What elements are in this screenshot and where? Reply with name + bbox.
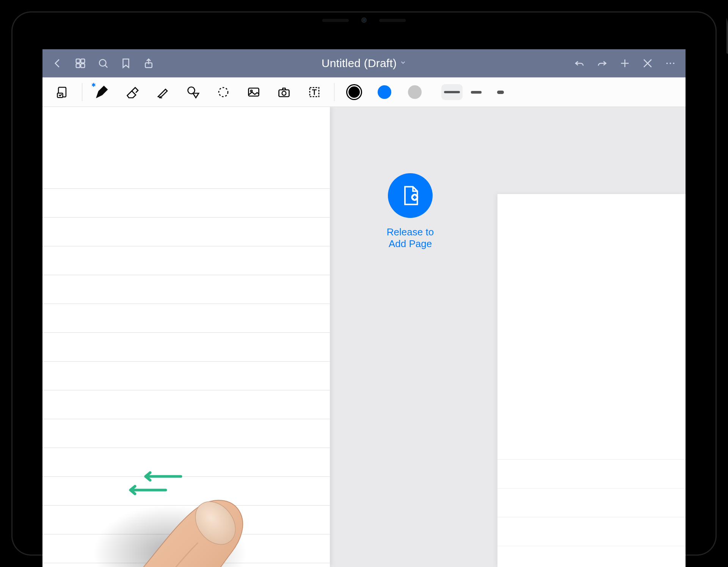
page-template-tool[interactable] [49, 81, 76, 103]
device-bezel: Untitled (Draft) [0, 0, 728, 567]
power-button-icon [726, 8, 728, 54]
color-dot-icon [408, 85, 422, 99]
stroke-pill-icon [444, 91, 460, 93]
text-tool[interactable] [301, 81, 328, 103]
image-tool[interactable] [240, 81, 267, 103]
color-dot-icon [378, 85, 391, 99]
pencil-disable-button[interactable] [637, 53, 658, 74]
title-bar: Untitled (Draft) [42, 49, 686, 77]
svg-rect-3 [81, 64, 85, 67]
stroke-width-0[interactable] [441, 84, 463, 100]
stroke-pill-icon [471, 91, 482, 94]
pen-tool[interactable]: ✱ [88, 81, 116, 103]
app-screen: Untitled (Draft) [42, 49, 686, 567]
bluetooth-icon: ✱ [91, 82, 96, 88]
svg-point-12 [219, 88, 228, 97]
camera-tool[interactable] [270, 81, 298, 103]
speaker-icon [379, 19, 406, 22]
add-page-icon [388, 173, 433, 218]
redo-button[interactable] [592, 53, 613, 74]
shapes-tool[interactable] [179, 81, 207, 103]
stroke-width-2[interactable] [490, 84, 511, 100]
add-page-line1: Release to [387, 226, 434, 238]
separator [82, 83, 82, 101]
svg-rect-13 [249, 88, 259, 96]
document-canvas[interactable]: Release to Add Page [42, 107, 686, 567]
add-page-label: Release to Add Page [387, 226, 434, 250]
svg-rect-2 [76, 64, 80, 67]
back-button[interactable] [47, 53, 68, 74]
separator [334, 83, 334, 101]
lasso-tool[interactable] [210, 81, 237, 103]
title-dropdown-icon[interactable] [400, 59, 406, 67]
page-next-peek [497, 194, 686, 567]
color-swatch-2[interactable] [401, 81, 428, 103]
color-dot-icon [347, 85, 361, 99]
svg-point-4 [99, 60, 106, 66]
svg-rect-0 [76, 59, 80, 63]
search-button[interactable] [93, 53, 114, 74]
page-current[interactable] [42, 107, 330, 567]
add-page-prompt: Release to Add Page [372, 173, 448, 250]
svg-point-16 [282, 91, 286, 96]
bookmark-button[interactable] [115, 53, 136, 74]
undo-button[interactable] [569, 53, 590, 74]
grid-button[interactable] [70, 53, 91, 74]
speaker-icon [322, 19, 349, 22]
color-swatch-1[interactable] [371, 81, 398, 103]
svg-point-7 [670, 63, 671, 64]
front-camera-icon [361, 17, 367, 23]
add-page-line2: Add Page [387, 238, 434, 250]
tool-bar: ✱ [42, 77, 686, 107]
svg-point-8 [673, 63, 675, 64]
document-title[interactable]: Untitled (Draft) [322, 57, 397, 70]
more-button[interactable] [660, 53, 681, 74]
stroke-pill-icon [497, 91, 504, 94]
stroke-width-1[interactable] [466, 84, 487, 100]
add-button[interactable] [614, 53, 635, 74]
color-swatch-0[interactable] [340, 81, 368, 103]
share-button[interactable] [138, 53, 159, 74]
svg-rect-1 [81, 59, 85, 63]
eraser-tool[interactable] [119, 81, 146, 103]
svg-point-6 [666, 63, 668, 64]
highlighter-tool[interactable] [149, 81, 176, 103]
